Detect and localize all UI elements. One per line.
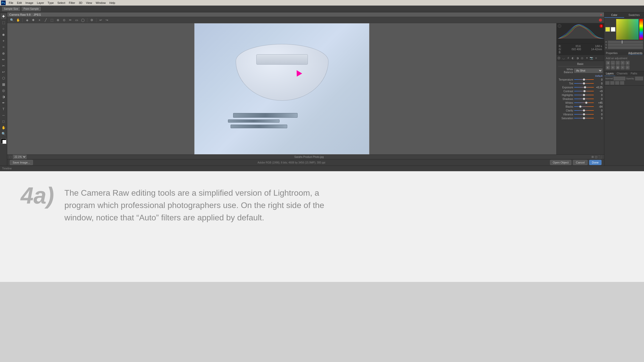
path-tool[interactable]: ↔ — [1, 112, 6, 118]
zoom-select[interactable]: 22.1% — [13, 155, 27, 159]
adj-curves-icon[interactable]: ◡ — [611, 61, 615, 65]
properties-tab[interactable]: Properties — [606, 52, 618, 55]
adj-hsl-icon[interactable]: ◐ — [606, 65, 610, 70]
adj-exposure-icon[interactable]: ☼ — [616, 61, 620, 65]
white-balance-select[interactable]: As ShotAutoDaylightCloudyShadeTungstenFl… — [574, 68, 603, 73]
paths-tab[interactable]: Paths — [629, 71, 639, 76]
adj-levels-icon[interactable]: ≡ — [621, 61, 625, 65]
adj-slider-highlights[interactable] — [574, 95, 594, 95]
cr-transform[interactable]: ⬚ — [49, 18, 54, 23]
text-tool[interactable]: T — [1, 106, 6, 112]
view-icon[interactable]: ⊞ — [591, 155, 594, 159]
menu-layer[interactable]: Layer — [35, 1, 46, 5]
cr-wb-tool[interactable]: ◈ — [24, 18, 30, 23]
menu-select[interactable]: Select — [56, 1, 67, 5]
adj-slider-shadows[interactable] — [574, 99, 594, 99]
default-button[interactable]: Default — [558, 75, 603, 77]
shape-tool[interactable]: □ — [1, 118, 6, 124]
fullscreen-icon[interactable]: ⬛ — [598, 155, 602, 159]
background-swatch[interactable] — [611, 27, 615, 32]
hand-tool[interactable]: ✋ — [1, 125, 6, 130]
lock-transparent-btn[interactable] — [605, 81, 609, 85]
cr-spot-remove[interactable]: ⊕ — [55, 18, 61, 23]
cr-tab-tone-curve[interactable]: ◡ — [561, 56, 566, 60]
menu-help[interactable]: Help — [108, 1, 117, 5]
magic-wand-tool[interactable]: ✱ — [1, 32, 6, 38]
layers-tab[interactable]: Layers — [604, 71, 615, 76]
cr-tab-fx[interactable]: ✦ — [584, 56, 589, 60]
cr-tab-detail[interactable]: # — [566, 56, 571, 60]
adj-photo-filter-icon[interactable]: ▦ — [616, 65, 620, 70]
lock-move-btn[interactable] — [615, 81, 619, 85]
adj-slider-vibrance[interactable] — [574, 114, 594, 115]
blur-tool[interactable]: ◎ — [1, 88, 6, 93]
cancel-button[interactable]: Cancel — [573, 160, 587, 165]
cr-tab-split-tone[interactable]: ◑ — [575, 56, 580, 60]
adj-slider-exposure[interactable] — [574, 87, 594, 88]
adj-slider-temperature[interactable] — [574, 79, 594, 80]
color-gradient-main[interactable] — [616, 19, 639, 40]
adj-slider-contrast[interactable] — [574, 91, 594, 91]
cr-straighten[interactable]: ╱ — [43, 18, 48, 23]
adj-vibrance-icon[interactable]: ◈ — [625, 61, 630, 65]
menu-view[interactable]: View — [84, 1, 94, 5]
marquee-tool[interactable]: ⬚ — [1, 20, 6, 25]
history-tool[interactable]: ↩ — [1, 69, 6, 75]
brush-tool[interactable]: ✏ — [1, 57, 6, 62]
adj-slider-clarity[interactable] — [574, 110, 594, 111]
cr-tab-basic[interactable]: ⬡ — [557, 56, 561, 60]
cr-redeye[interactable]: ⊙ — [62, 18, 67, 23]
adj-invert-icon[interactable]: ⊘ — [625, 65, 630, 70]
zoom-tool[interactable]: 🔍 — [1, 131, 6, 136]
sample-size-button[interactable]: Sample Size — [2, 7, 20, 11]
cr-tab-lens[interactable]: ◎ — [580, 56, 584, 60]
channels-tab[interactable]: Channels — [615, 71, 629, 76]
adj-slider-blacks[interactable] — [574, 106, 594, 107]
eraser-tool[interactable]: ⬡ — [1, 75, 6, 81]
adj-slider-saturation[interactable] — [574, 118, 594, 118]
color-tab[interactable]: Color — [604, 12, 624, 18]
cr-radial-filter[interactable]: ◯ — [80, 18, 85, 23]
cr-zoom-tool[interactable]: 🔍 — [9, 18, 14, 23]
crop-tool[interactable]: ⌖ — [1, 38, 6, 44]
cr-preferences[interactable]: ⚙ — [89, 18, 94, 23]
menu-3d[interactable]: 3D — [77, 1, 84, 5]
dodge-tool[interactable]: ◑ — [1, 94, 6, 99]
adj-color-bal-icon[interactable]: ⊕ — [611, 65, 615, 70]
lock-all-btn[interactable] — [620, 81, 624, 85]
blend-mode-select[interactable] — [614, 77, 625, 80]
open-object-button[interactable]: Open Object — [550, 160, 572, 165]
menu-edit[interactable]: Edit — [15, 1, 23, 5]
clip-warning-icon[interactable] — [599, 19, 602, 22]
foreground-swatch[interactable] — [605, 27, 610, 32]
lock-paint-btn[interactable] — [610, 81, 614, 85]
cr-adjustment-brush[interactable]: ✏ — [68, 18, 73, 23]
adj-slider-tint[interactable] — [574, 83, 594, 84]
eyedropper-tool[interactable]: ⌗ — [1, 44, 6, 50]
menu-window[interactable]: Window — [94, 1, 107, 5]
clone-tool[interactable]: ✂ — [1, 63, 6, 68]
hue-slider[interactable] — [639, 19, 643, 40]
cr-tab-presets[interactable]: ≡ — [594, 56, 598, 60]
cr-tab-hsl[interactable]: ◐ — [571, 56, 575, 60]
adjustments-tab[interactable]: Adjustments — [628, 52, 642, 55]
menu-image[interactable]: Image — [24, 1, 35, 5]
done-button[interactable]: Done — [589, 160, 601, 165]
cr-graduated-filter[interactable]: ▭ — [74, 18, 79, 23]
swatches-tab[interactable]: Swatches — [624, 12, 644, 18]
menu-type[interactable]: Type — [46, 1, 55, 5]
compare-icon[interactable]: ◫ — [595, 155, 597, 159]
menu-filter[interactable]: Filter — [67, 1, 77, 5]
cr-crop-tool[interactable]: ⌖ — [37, 18, 42, 23]
point-sample-button[interactable]: Point Sample — [22, 7, 40, 11]
cr-hand-tool[interactable]: ✋ — [15, 18, 21, 23]
cr-rotate-ccw[interactable]: ↩ — [98, 18, 103, 23]
close-btn[interactable]: ● — [600, 13, 602, 16]
cr-rotate-cw[interactable]: ↪ — [104, 18, 109, 23]
pen-tool[interactable]: ✒ — [1, 100, 6, 106]
menu-file[interactable]: File — [7, 1, 15, 5]
adj-brightness-icon[interactable]: ◑ — [606, 61, 610, 65]
gradient-tool[interactable]: ▦ — [1, 81, 6, 87]
adj-channel-mix-icon[interactable]: ≋ — [621, 65, 625, 70]
adj-slider-whites[interactable] — [574, 102, 594, 103]
